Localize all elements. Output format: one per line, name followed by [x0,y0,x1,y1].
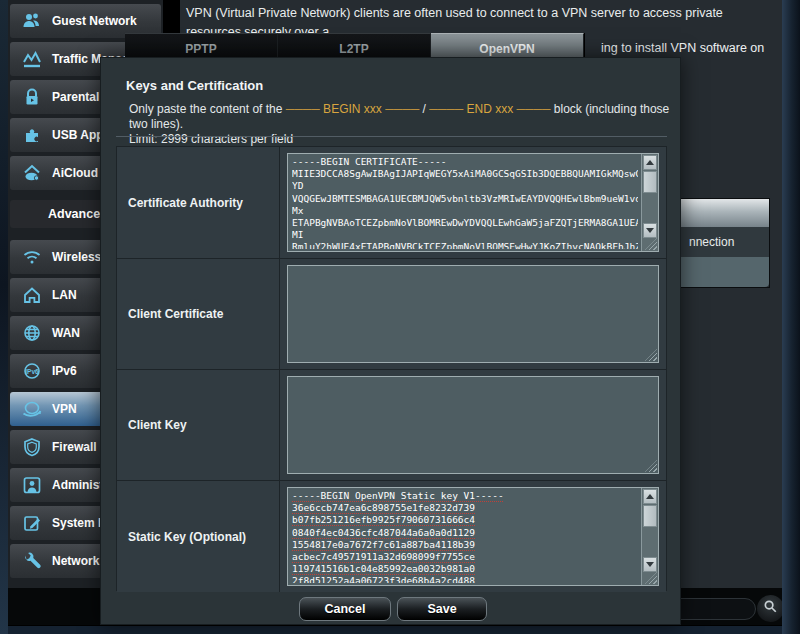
ipv6-icon: IPv6 [21,361,43,381]
network-tools-icon [21,551,43,571]
static-key-textarea[interactable]: -----BEGIN OpenVPN Static key V1----- 36… [287,487,659,586]
arrow-down-icon [646,228,654,233]
aicloud-icon [21,163,43,183]
textarea-scrollbar[interactable] [641,488,658,585]
lan-icon [21,285,43,305]
form-row-client-key: Client Key [117,370,666,481]
scroll-up-button[interactable] [643,489,657,504]
guest-network-icon [21,11,43,31]
tab-pptp[interactable]: PPTP [125,33,278,60]
connection-label-fragment: nnection [689,235,734,249]
vpn-icon [21,399,43,419]
sidebar-item-label: IPv6 [52,364,77,378]
sidebar-item-label: Guest Network [52,14,137,28]
client-certificate-textarea[interactable] [287,265,659,363]
svg-text:IPv6: IPv6 [25,368,39,375]
keys-certification-dialog: Keys and Certification Only paste the co… [100,57,681,625]
scroll-up-button[interactable] [643,155,657,170]
note-limit: Limit: 2999 characters per field [129,132,293,146]
tab-l2tp[interactable]: L2TP [278,33,431,60]
field-label: Certificate Authority [117,147,280,258]
client-key-textarea[interactable] [287,376,659,474]
sidebar-item-label: LAN [52,288,77,302]
dialog-title: Keys and Certification [126,78,263,93]
arrow-up-icon [646,160,654,165]
scrollbar-thumb[interactable] [643,505,657,527]
scroll-down-button[interactable] [643,223,657,238]
system-log-icon [21,513,43,533]
field-label: Client Key [117,370,280,480]
dialog-note: Only paste the content of the ──── BEGIN… [129,102,680,147]
scrollbar-thumb[interactable] [643,171,657,193]
usb-application-icon [21,125,43,145]
page-left-edge [0,0,8,634]
arrow-up-icon [646,494,654,499]
search-button[interactable] [757,595,784,622]
tab-openvpn[interactable]: OpenVPN [431,33,584,60]
keys-form: Certificate Authority -----BEGIN CERTIFI… [116,146,667,591]
router-admin-page: Guest Network Traffic Manager Parental C… [0,0,800,634]
page-bottom-edge [8,625,782,634]
sidebar-item-label: VPN [52,402,77,416]
form-row-static-key: Static Key (Optional) -----BEGIN OpenVPN… [117,481,666,592]
cancel-button[interactable]: Cancel [299,597,391,621]
page-right-edge [782,0,800,634]
firewall-icon [21,437,43,457]
search-icon [763,599,778,618]
certificate-authority-textarea[interactable]: -----BEGIN CERTIFICATE----- MIIE3DCCA8Sg… [287,153,659,252]
field-label: Static Key (Optional) [117,481,280,592]
parental-controls-icon [21,87,43,107]
save-button[interactable]: Save [397,597,487,621]
note-text: Only paste the content of the [129,102,286,116]
note-begin-highlight: ──── BEGIN xxx ──── [286,102,419,116]
form-row-client-certificate: Client Certificate [117,259,666,370]
sidebar-item-label: WAN [52,326,80,340]
form-row-certificate-authority: Certificate Authority -----BEGIN CERTIFI… [117,147,666,259]
dialog-separator [116,136,667,137]
administration-icon [21,475,43,495]
textarea-scrollbar[interactable] [641,154,658,251]
arrow-down-icon [646,562,654,567]
install-note-fragment: ing to install VPN software on [601,41,764,55]
wan-icon [21,323,43,343]
traffic-manager-icon [21,49,43,69]
scroll-down-button[interactable] [643,557,657,572]
wireless-icon [21,247,43,267]
field-label: Client Certificate [117,259,280,369]
note-end-highlight: ──── END xxx ──── [429,102,550,116]
sidebar-item-label: Wireless [52,250,101,264]
vpn-tabstrip: PPTP L2TP OpenVPN [125,33,585,60]
sidebar-item-label: Firewall [52,440,97,454]
